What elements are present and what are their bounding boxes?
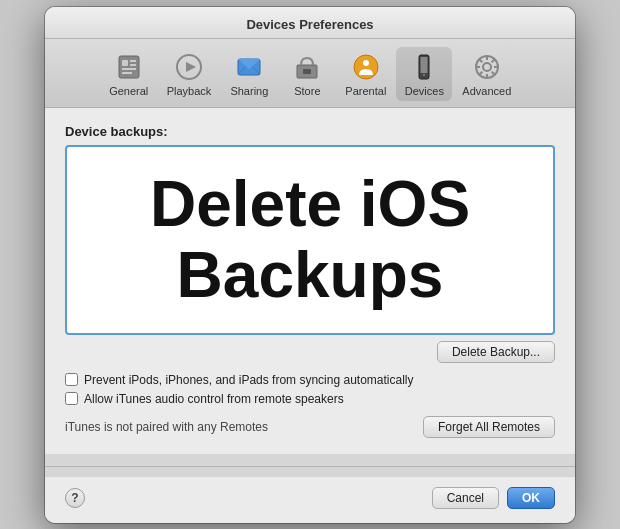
toolbar-label-playback: Playback xyxy=(167,85,212,97)
svg-rect-15 xyxy=(421,57,428,73)
toolbar-label-devices: Devices xyxy=(405,85,444,97)
advanced-icon xyxy=(471,51,503,83)
svg-point-16 xyxy=(423,74,425,76)
toolbar: General Playback Sharing xyxy=(45,39,575,108)
toolbar-item-store[interactable]: Store xyxy=(279,47,335,101)
general-icon xyxy=(113,51,145,83)
svg-rect-5 xyxy=(122,72,132,74)
backup-list-line1: Delete iOS xyxy=(150,168,470,240)
toolbar-label-general: General xyxy=(109,85,148,97)
svg-rect-0 xyxy=(119,56,139,78)
footer-buttons: Cancel OK xyxy=(432,487,555,509)
svg-line-23 xyxy=(479,59,482,62)
title-bar: Devices Preferences xyxy=(45,7,575,39)
cancel-button[interactable]: Cancel xyxy=(432,487,499,509)
help-button[interactable]: ? xyxy=(65,488,85,508)
remotes-row: iTunes is not paired with any Remotes Fo… xyxy=(65,416,555,438)
toolbar-item-general[interactable]: General xyxy=(101,47,157,101)
section-label: Device backups: xyxy=(65,124,555,139)
preferences-dialog: Devices Preferences General xyxy=(45,7,575,523)
toolbar-label-advanced: Advanced xyxy=(462,85,511,97)
svg-line-26 xyxy=(479,71,482,74)
toolbar-item-parental[interactable]: Parental xyxy=(337,47,394,101)
parental-icon xyxy=(350,51,382,83)
delete-backup-button[interactable]: Delete Backup... xyxy=(437,341,555,363)
remotes-status-text: iTunes is not paired with any Remotes xyxy=(65,420,268,434)
svg-point-18 xyxy=(483,63,491,71)
svg-point-12 xyxy=(354,55,378,79)
toolbar-item-devices[interactable]: Devices xyxy=(396,47,452,101)
content-area: Device backups: Delete iOS Backups Delet… xyxy=(45,108,575,454)
toolbar-label-parental: Parental xyxy=(345,85,386,97)
svg-line-25 xyxy=(492,59,495,62)
backup-list-text: Delete iOS Backups xyxy=(150,169,470,310)
svg-rect-3 xyxy=(130,64,136,66)
toolbar-item-playback[interactable]: Playback xyxy=(159,47,220,101)
svg-rect-1 xyxy=(122,60,128,66)
allow-audio-label: Allow iTunes audio control from remote s… xyxy=(84,392,344,406)
toolbar-label-sharing: Sharing xyxy=(230,85,268,97)
toolbar-item-sharing[interactable]: Sharing xyxy=(221,47,277,101)
checkbox-row-prevent-sync: Prevent iPods, iPhones, and iPads from s… xyxy=(65,373,555,387)
sharing-icon xyxy=(233,51,265,83)
svg-rect-4 xyxy=(122,68,136,70)
toolbar-label-store: Store xyxy=(294,85,320,97)
forget-remotes-button[interactable]: Forget All Remotes xyxy=(423,416,555,438)
delete-backup-row: Delete Backup... xyxy=(65,341,555,363)
devices-icon xyxy=(408,51,440,83)
allow-audio-checkbox[interactable] xyxy=(65,392,78,405)
backup-list-line2: Backups xyxy=(177,239,444,311)
footer-divider xyxy=(45,466,575,467)
svg-line-24 xyxy=(492,71,495,74)
prevent-sync-checkbox[interactable] xyxy=(65,373,78,386)
svg-rect-2 xyxy=(130,60,136,62)
playback-icon xyxy=(173,51,205,83)
ok-button[interactable]: OK xyxy=(507,487,555,509)
checkboxes-section: Prevent iPods, iPhones, and iPads from s… xyxy=(65,373,555,406)
store-icon xyxy=(291,51,323,83)
svg-rect-11 xyxy=(303,69,311,74)
footer: ? Cancel OK xyxy=(45,477,575,523)
backup-list[interactable]: Delete iOS Backups xyxy=(65,145,555,335)
window-title: Devices Preferences xyxy=(246,17,373,32)
toolbar-item-advanced[interactable]: Advanced xyxy=(454,47,519,101)
svg-point-13 xyxy=(363,60,369,66)
prevent-sync-label: Prevent iPods, iPhones, and iPads from s… xyxy=(84,373,414,387)
svg-marker-7 xyxy=(186,62,196,72)
checkbox-row-allow-audio: Allow iTunes audio control from remote s… xyxy=(65,392,555,406)
